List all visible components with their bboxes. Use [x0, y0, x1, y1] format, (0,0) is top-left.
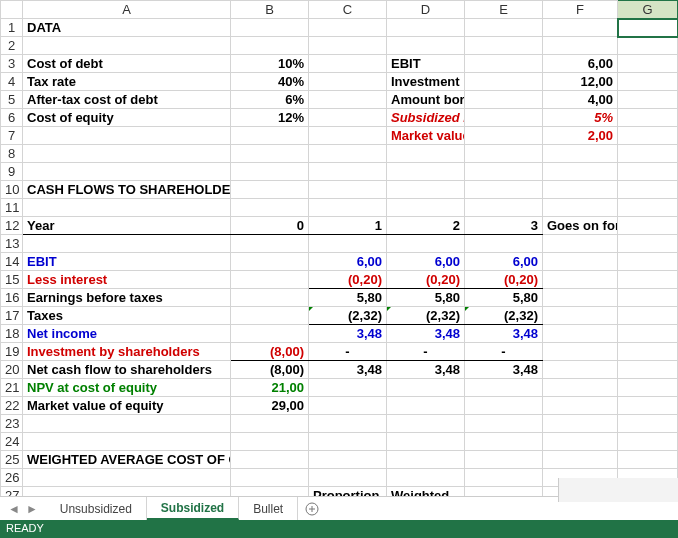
- tabs: Unsubsidized Subsidized Bullet: [46, 497, 298, 520]
- row-17[interactable]: 17: [1, 307, 23, 325]
- row-23[interactable]: 23: [1, 415, 23, 433]
- horizontal-scrollbar[interactable]: [558, 478, 678, 502]
- status-bar: READY: [0, 520, 678, 538]
- active-cell[interactable]: [618, 19, 678, 37]
- row-12[interactable]: 12: [1, 217, 23, 235]
- row-25[interactable]: 25: [1, 451, 23, 469]
- col-B[interactable]: B: [231, 1, 309, 19]
- plus-circle-icon: [305, 502, 319, 516]
- col-D[interactable]: D: [387, 1, 465, 19]
- nav-prev-icon[interactable]: ◄: [8, 502, 20, 516]
- row-10[interactable]: 10: [1, 181, 23, 199]
- row-16[interactable]: 16: [1, 289, 23, 307]
- tab-subsidized[interactable]: Subsidized: [147, 497, 239, 520]
- spreadsheet-window: A B C D E F G 1 DATA 2 3 Cost of debt 10…: [0, 0, 678, 538]
- row-14[interactable]: 14: [1, 253, 23, 271]
- select-all[interactable]: [1, 1, 23, 19]
- row-2[interactable]: 2: [1, 37, 23, 55]
- sheet-tab-bar: ◄ ► Unsubsidized Subsidized Bullet: [0, 496, 678, 520]
- row-8[interactable]: 8: [1, 145, 23, 163]
- row-5[interactable]: 5: [1, 91, 23, 109]
- row-24[interactable]: 24: [1, 433, 23, 451]
- add-sheet-button[interactable]: [298, 497, 326, 520]
- row-18[interactable]: 18: [1, 325, 23, 343]
- nav-next-icon[interactable]: ►: [26, 502, 38, 516]
- row-4[interactable]: 4: [1, 73, 23, 91]
- row-9[interactable]: 9: [1, 163, 23, 181]
- cell-A1[interactable]: DATA: [23, 19, 231, 37]
- row-21[interactable]: 21: [1, 379, 23, 397]
- column-headers[interactable]: A B C D E F G: [1, 1, 678, 19]
- tab-unsubsidized[interactable]: Unsubsidized: [46, 497, 147, 520]
- row-22[interactable]: 22: [1, 397, 23, 415]
- row-6[interactable]: 6: [1, 109, 23, 127]
- row-13[interactable]: 13: [1, 235, 23, 253]
- row-11[interactable]: 11: [1, 199, 23, 217]
- row-1[interactable]: 1: [1, 19, 23, 37]
- grid[interactable]: A B C D E F G 1 DATA 2 3 Cost of debt 10…: [0, 0, 678, 505]
- col-C[interactable]: C: [309, 1, 387, 19]
- cells[interactable]: 1 DATA 2 3 Cost of debt 10% EBIT 6,00 4 …: [1, 19, 678, 505]
- row-3[interactable]: 3: [1, 55, 23, 73]
- col-G[interactable]: G: [618, 1, 678, 19]
- row-19[interactable]: 19: [1, 343, 23, 361]
- row-15[interactable]: 15: [1, 271, 23, 289]
- tab-bullet[interactable]: Bullet: [239, 497, 298, 520]
- col-F[interactable]: F: [543, 1, 618, 19]
- row-26[interactable]: 26: [1, 469, 23, 487]
- tab-nav: ◄ ►: [0, 497, 46, 520]
- col-E[interactable]: E: [465, 1, 543, 19]
- row-7[interactable]: 7: [1, 127, 23, 145]
- row-20[interactable]: 20: [1, 361, 23, 379]
- col-A[interactable]: A: [23, 1, 231, 19]
